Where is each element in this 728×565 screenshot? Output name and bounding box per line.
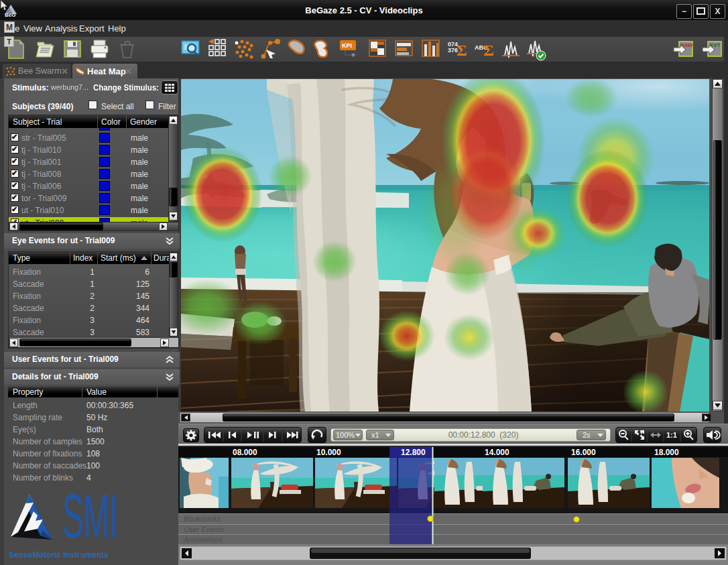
svg-text:KPI: KPI — [342, 42, 352, 49]
svg-text:Annotations: Annotations — [183, 536, 223, 544]
svg-text:18.000: 18.000 — [654, 448, 679, 457]
svg-text:Σ: Σ — [457, 42, 467, 59]
svg-text:User Events: User Events — [184, 525, 224, 533]
svg-text:1:1: 1:1 — [666, 431, 677, 439]
svg-text:14.000: 14.000 — [485, 448, 509, 457]
svg-text:Bookmarks: Bookmarks — [184, 515, 221, 523]
svg-text:12.800: 12.800 — [401, 448, 426, 457]
svg-text:16.000: 16.000 — [571, 448, 596, 457]
svg-text:10.000: 10.000 — [316, 448, 341, 457]
svg-text:08.000: 08.000 — [233, 448, 257, 457]
svg-text:Σ: Σ — [483, 42, 494, 59]
